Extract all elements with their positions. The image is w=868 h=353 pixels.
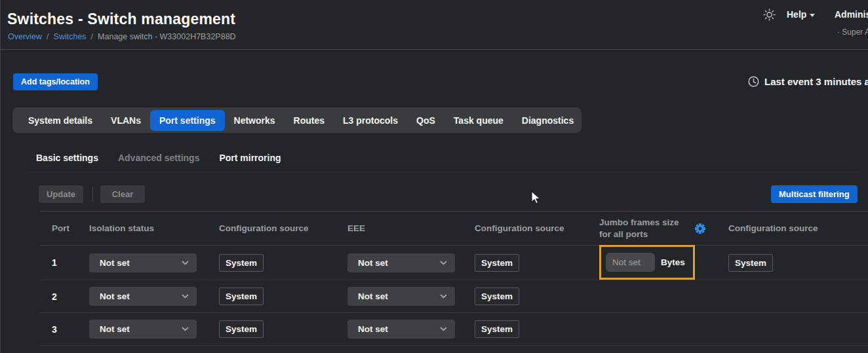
tab-port-settings[interactable]: Port settings: [150, 110, 225, 131]
col-header-isolation-status: Isolation status: [89, 223, 219, 233]
gear-icon[interactable]: [695, 223, 705, 234]
action-separator: [92, 187, 93, 202]
multicast-filtering-button[interactable]: Multicast filtering: [771, 185, 858, 203]
isolation-status-select[interactable]: Not set: [89, 287, 197, 306]
chevron-down-icon: [182, 294, 189, 299]
clear-button[interactable]: Clear: [100, 185, 145, 203]
tab-networks[interactable]: Networks: [225, 110, 285, 131]
clock-icon: [748, 76, 759, 87]
col-header-port: Port: [52, 223, 89, 233]
isolation-status-select[interactable]: Not set: [89, 253, 197, 272]
breadcrumb-separator: /: [91, 32, 93, 41]
breadcrumb: Overview / Switches / Manage switch - W3…: [8, 32, 236, 41]
config-source-badge: System: [219, 288, 264, 305]
tab-diagnostics[interactable]: Diagnostics: [513, 110, 583, 131]
jumbo-frames-highlight-box: Bytes: [599, 245, 695, 280]
table-row-port-1: 1 Not set System Not set System Bytes: [40, 246, 868, 280]
chevron-down-icon: [440, 294, 447, 299]
tab-system-details[interactable]: System details: [19, 110, 102, 131]
chevron-down-icon: [810, 14, 815, 17]
eee-select[interactable]: Not set: [347, 253, 455, 272]
breadcrumb-overview-link[interactable]: Overview: [8, 32, 42, 41]
chevron-down-icon: [440, 327, 447, 331]
last-event-status: Last event 3 minutes ago: [748, 76, 868, 87]
tab-qos[interactable]: QoS: [407, 110, 444, 131]
header-divider: [1, 49, 868, 50]
col-header-configuration-source-2: Configuration source: [475, 223, 599, 233]
isolation-status-select[interactable]: Not set: [89, 320, 197, 339]
user-role-label: · Super Admin: [837, 28, 868, 37]
update-button[interactable]: Update: [39, 185, 83, 203]
config-source-badge: System: [219, 254, 264, 272]
port-settings-subtabs: Basic settings Advanced settings Port mi…: [36, 153, 281, 163]
jumbo-frames-header-label: Jumbo frames size for all ports: [599, 217, 686, 240]
page-title: Switches - Switch management: [7, 10, 235, 28]
table-header-row: Port Isolation status Configuration sour…: [40, 211, 868, 246]
chevron-down-icon: [182, 327, 189, 331]
breadcrumb-current: Manage switch - W33002H7B32P88D: [98, 32, 236, 41]
port-number: 3: [52, 324, 89, 335]
col-header-configuration-source-1: Configuration source: [219, 223, 347, 233]
user-menu[interactable]: Administrator: [835, 9, 868, 20]
ports-table: Port Isolation status Configuration sour…: [40, 211, 868, 346]
breadcrumb-switches-link[interactable]: Switches: [54, 32, 87, 41]
help-label: Help: [787, 9, 806, 20]
subtab-port-mirroring[interactable]: Port mirroring: [219, 153, 281, 163]
add-tags-location-button[interactable]: Add tags/location: [13, 73, 98, 90]
last-event-label: Last event 3 minutes ago: [764, 76, 868, 87]
chevron-down-icon: [440, 261, 447, 265]
main-tabbar: System details VLANs Port settings Netwo…: [12, 107, 582, 133]
help-menu[interactable]: Help: [787, 9, 815, 20]
port-number: 1: [52, 257, 89, 268]
table-row-port-2: 2 Not set System Not set System: [40, 280, 868, 313]
config-source-badge: System: [475, 288, 519, 305]
config-source-badge: System: [728, 254, 773, 272]
jumbo-unit-label: Bytes: [661, 257, 685, 267]
breadcrumb-separator: /: [47, 32, 49, 41]
col-header-eee: EEE: [347, 223, 475, 233]
tab-routes[interactable]: Routes: [285, 110, 334, 131]
eee-select[interactable]: Not set: [347, 320, 455, 339]
tab-vlans[interactable]: VLANs: [102, 110, 150, 131]
port-number: 2: [52, 291, 89, 302]
tab-l3-protocols[interactable]: L3 protocols: [334, 110, 407, 131]
subtab-divider: [27, 172, 859, 172]
brightness-icon[interactable]: [763, 9, 776, 24]
config-source-badge: System: [219, 320, 264, 338]
subtab-advanced-settings[interactable]: Advanced settings: [118, 153, 199, 163]
eee-select[interactable]: Not set: [347, 287, 455, 306]
tab-task-queue[interactable]: Task queue: [444, 110, 513, 131]
switch-management-page: Switches - Switch management Overview / …: [0, 0, 868, 353]
jumbo-frames-size-input[interactable]: [606, 253, 655, 272]
config-source-badge: System: [475, 320, 519, 338]
table-row-port-3: 3 Not set System Not set System: [40, 313, 868, 346]
config-source-badge: System: [475, 254, 519, 272]
col-header-jumbo-frames: Jumbo frames size for all ports: [599, 217, 728, 240]
subtab-basic-settings[interactable]: Basic settings: [36, 153, 98, 163]
mouse-cursor: [529, 191, 543, 208]
col-header-configuration-source-3: Configuration source: [728, 223, 868, 233]
chevron-down-icon: [182, 261, 189, 265]
